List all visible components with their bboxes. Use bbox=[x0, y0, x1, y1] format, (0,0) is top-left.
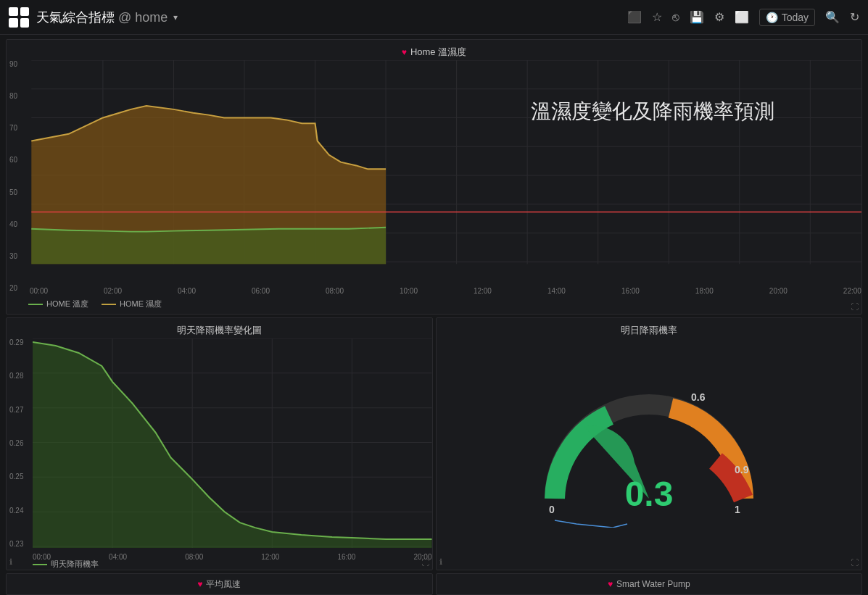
toolbar-icons: ⬛ ☆ ⎋ 💾 ⚙ ⬜ 🕐 Today 🔍 ↻ bbox=[627, 9, 859, 26]
svg-text:0.6: 0.6 bbox=[691, 391, 706, 403]
top-chart-panel: ♥ Home 溫濕度 90 80 70 60 50 40 30 20 bbox=[6, 39, 862, 315]
wind-heart-icon: ♥ bbox=[197, 579, 202, 589]
bottom-left-y-labels: 0.29 0.28 0.27 0.26 0.25 0.24 0.23 bbox=[7, 338, 33, 548]
clock-icon: 🕐 bbox=[766, 12, 778, 23]
bottom-right-chart-panel: 明日降雨機率 0 0.6 0.9 bbox=[436, 317, 863, 570]
bottom-left-legend-label: 明天降雨機率 bbox=[51, 559, 99, 570]
expand-icon-right[interactable]: ⛶ bbox=[851, 558, 859, 567]
star-icon[interactable]: ☆ bbox=[652, 10, 662, 24]
app-title-text: 天氣綜合指標 bbox=[36, 10, 115, 25]
legend-humidity-color bbox=[102, 304, 116, 305]
bottom-left-legend: 明天降雨機率 bbox=[33, 559, 99, 570]
info-icon-right[interactable]: ℹ bbox=[439, 557, 442, 567]
gauge-svg: 0 0.6 0.9 1 0.3 bbox=[533, 368, 765, 528]
app-subtitle: @ home bbox=[118, 10, 168, 25]
svg-text:0: 0 bbox=[549, 504, 555, 515]
legend-temperature-color bbox=[28, 304, 43, 305]
refresh-icon[interactable]: ↻ bbox=[850, 10, 859, 24]
gauge-wrapper: 0 0.6 0.9 1 0.3 bbox=[437, 340, 862, 555]
top-chart-svg-wrap bbox=[7, 60, 861, 292]
legend-temperature-label: HOME 溫度 bbox=[46, 299, 88, 309]
expand-icon[interactable]: ⛶ bbox=[851, 302, 859, 311]
settings-icon[interactable]: ⚙ bbox=[714, 10, 724, 24]
title-dropdown-chevron[interactable]: ▾ bbox=[173, 12, 178, 22]
bottom-left-chart-panel: 明天降雨機率變化圖 0.29 0.28 0.27 0.26 0.25 0.24 … bbox=[6, 317, 433, 570]
top-chart-legend: HOME 溫度 HOME 濕度 bbox=[28, 299, 162, 309]
top-chart-title-text: Home 溫濕度 bbox=[410, 46, 466, 59]
save-icon[interactable]: 💾 bbox=[690, 10, 704, 24]
wind-label: 平均風速 bbox=[206, 578, 241, 591]
svg-text:0.9: 0.9 bbox=[735, 464, 749, 475]
add-panel-icon[interactable]: ⬛ bbox=[627, 10, 642, 24]
top-chart-title: ♥ Home 溫濕度 bbox=[7, 40, 861, 62]
share-icon[interactable]: ⎋ bbox=[672, 11, 679, 24]
bottom-right-chart-title: 明日降雨機率 bbox=[437, 318, 862, 340]
pump-label: Smart Water Pump bbox=[616, 579, 690, 589]
info-icon-left[interactable]: ℹ bbox=[9, 557, 12, 567]
app-logo bbox=[9, 7, 29, 28]
app-title: 天氣綜合指標 @ home bbox=[36, 9, 168, 26]
svg-marker-21 bbox=[31, 228, 386, 264]
svg-text:0.3: 0.3 bbox=[624, 475, 673, 513]
bottom-left-svg-wrap bbox=[33, 338, 432, 548]
time-range-button[interactable]: 🕐 Today bbox=[759, 9, 815, 26]
bottom-left-legend-color bbox=[33, 564, 47, 565]
top-chart-svg bbox=[7, 60, 861, 292]
bottom-left-chart-title: 明天降雨機率變化圖 bbox=[7, 318, 432, 340]
expand-icon-left[interactable]: ⛶ bbox=[421, 558, 429, 567]
legend-humidity: HOME 濕度 bbox=[102, 299, 162, 309]
legend-temperature: HOME 溫度 bbox=[28, 299, 88, 309]
bottom-bar: ♥ 平均風速 ♥ Smart Water Pump bbox=[6, 573, 862, 595]
search-icon[interactable]: 🔍 bbox=[825, 10, 840, 24]
heart-icon: ♥ bbox=[402, 47, 407, 57]
pump-heart-icon: ♥ bbox=[608, 579, 613, 589]
legend-humidity-label: HOME 濕度 bbox=[120, 299, 162, 309]
svg-text:1: 1 bbox=[735, 504, 740, 515]
bottom-bar-wind: ♥ 平均風速 bbox=[6, 573, 433, 595]
monitor-icon[interactable]: ⬜ bbox=[735, 10, 749, 24]
time-range-label: Today bbox=[782, 12, 809, 23]
main-content: ♥ Home 溫濕度 90 80 70 60 50 40 30 20 bbox=[0, 35, 868, 595]
top-chart-x-labels: 00:00 02:00 04:00 06:00 08:00 10:00 12:0… bbox=[30, 287, 861, 295]
top-navbar: 天氣綜合指標 @ home ▾ ⬛ ☆ ⎋ 💾 ⚙ ⬜ 🕐 Today 🔍 ↻ bbox=[0, 0, 868, 35]
bottom-left-svg bbox=[33, 338, 432, 548]
bottom-bar-pump: ♥ Smart Water Pump bbox=[436, 573, 863, 595]
bottom-charts-row: 明天降雨機率變化圖 0.29 0.28 0.27 0.26 0.25 0.24 … bbox=[6, 317, 862, 570]
